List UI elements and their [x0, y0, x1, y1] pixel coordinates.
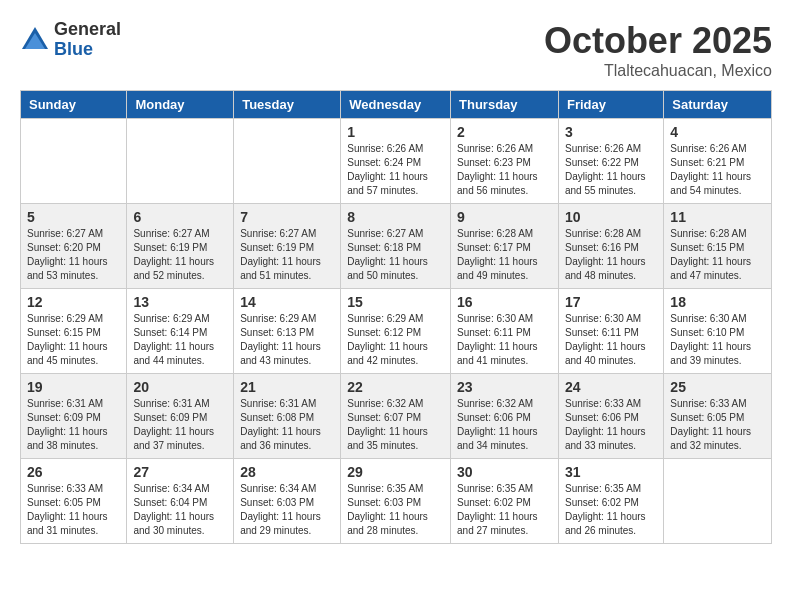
- day-number: 21: [240, 379, 334, 395]
- table-row: 9Sunrise: 6:28 AMSunset: 6:17 PMDaylight…: [451, 204, 559, 289]
- table-row: 12Sunrise: 6:29 AMSunset: 6:15 PMDayligh…: [21, 289, 127, 374]
- table-row: 29Sunrise: 6:35 AMSunset: 6:03 PMDayligh…: [341, 459, 451, 544]
- table-row: 13Sunrise: 6:29 AMSunset: 6:14 PMDayligh…: [127, 289, 234, 374]
- table-row: 2Sunrise: 6:26 AMSunset: 6:23 PMDaylight…: [451, 119, 559, 204]
- day-info: Sunrise: 6:35 AMSunset: 6:02 PMDaylight:…: [457, 482, 552, 538]
- day-number: 17: [565, 294, 657, 310]
- table-row: 20Sunrise: 6:31 AMSunset: 6:09 PMDayligh…: [127, 374, 234, 459]
- day-number: 19: [27, 379, 120, 395]
- calendar-week-row: 19Sunrise: 6:31 AMSunset: 6:09 PMDayligh…: [21, 374, 772, 459]
- table-row: [664, 459, 772, 544]
- table-row: [234, 119, 341, 204]
- col-tuesday: Tuesday: [234, 91, 341, 119]
- day-info: Sunrise: 6:27 AMSunset: 6:18 PMDaylight:…: [347, 227, 444, 283]
- day-number: 18: [670, 294, 765, 310]
- day-number: 15: [347, 294, 444, 310]
- day-number: 5: [27, 209, 120, 225]
- day-number: 16: [457, 294, 552, 310]
- day-number: 14: [240, 294, 334, 310]
- logo-general: General: [54, 20, 121, 40]
- day-number: 13: [133, 294, 227, 310]
- day-info: Sunrise: 6:34 AMSunset: 6:03 PMDaylight:…: [240, 482, 334, 538]
- col-wednesday: Wednesday: [341, 91, 451, 119]
- day-number: 27: [133, 464, 227, 480]
- day-info: Sunrise: 6:29 AMSunset: 6:12 PMDaylight:…: [347, 312, 444, 368]
- day-info: Sunrise: 6:29 AMSunset: 6:14 PMDaylight:…: [133, 312, 227, 368]
- calendar-week-row: 26Sunrise: 6:33 AMSunset: 6:05 PMDayligh…: [21, 459, 772, 544]
- day-info: Sunrise: 6:28 AMSunset: 6:17 PMDaylight:…: [457, 227, 552, 283]
- day-info: Sunrise: 6:33 AMSunset: 6:05 PMDaylight:…: [27, 482, 120, 538]
- calendar-week-row: 12Sunrise: 6:29 AMSunset: 6:15 PMDayligh…: [21, 289, 772, 374]
- table-row: 30Sunrise: 6:35 AMSunset: 6:02 PMDayligh…: [451, 459, 559, 544]
- day-info: Sunrise: 6:29 AMSunset: 6:13 PMDaylight:…: [240, 312, 334, 368]
- day-number: 25: [670, 379, 765, 395]
- day-info: Sunrise: 6:30 AMSunset: 6:11 PMDaylight:…: [565, 312, 657, 368]
- col-monday: Monday: [127, 91, 234, 119]
- col-friday: Friday: [558, 91, 663, 119]
- table-row: 26Sunrise: 6:33 AMSunset: 6:05 PMDayligh…: [21, 459, 127, 544]
- calendar-table: Sunday Monday Tuesday Wednesday Thursday…: [20, 90, 772, 544]
- day-info: Sunrise: 6:31 AMSunset: 6:09 PMDaylight:…: [27, 397, 120, 453]
- day-info: Sunrise: 6:35 AMSunset: 6:02 PMDaylight:…: [565, 482, 657, 538]
- day-info: Sunrise: 6:33 AMSunset: 6:06 PMDaylight:…: [565, 397, 657, 453]
- table-row: 5Sunrise: 6:27 AMSunset: 6:20 PMDaylight…: [21, 204, 127, 289]
- table-row: 3Sunrise: 6:26 AMSunset: 6:22 PMDaylight…: [558, 119, 663, 204]
- col-thursday: Thursday: [451, 91, 559, 119]
- table-row: 1Sunrise: 6:26 AMSunset: 6:24 PMDaylight…: [341, 119, 451, 204]
- table-row: 22Sunrise: 6:32 AMSunset: 6:07 PMDayligh…: [341, 374, 451, 459]
- table-row: 15Sunrise: 6:29 AMSunset: 6:12 PMDayligh…: [341, 289, 451, 374]
- location-title: Tlaltecahuacan, Mexico: [544, 62, 772, 80]
- table-row: 6Sunrise: 6:27 AMSunset: 6:19 PMDaylight…: [127, 204, 234, 289]
- day-number: 20: [133, 379, 227, 395]
- day-info: Sunrise: 6:26 AMSunset: 6:23 PMDaylight:…: [457, 142, 552, 198]
- logo: General Blue: [20, 20, 121, 60]
- day-info: Sunrise: 6:26 AMSunset: 6:22 PMDaylight:…: [565, 142, 657, 198]
- day-info: Sunrise: 6:27 AMSunset: 6:20 PMDaylight:…: [27, 227, 120, 283]
- day-info: Sunrise: 6:30 AMSunset: 6:11 PMDaylight:…: [457, 312, 552, 368]
- page-header: General Blue October 2025 Tlaltecahuacan…: [20, 20, 772, 80]
- day-number: 7: [240, 209, 334, 225]
- table-row: [127, 119, 234, 204]
- calendar-header-row: Sunday Monday Tuesday Wednesday Thursday…: [21, 91, 772, 119]
- table-row: 21Sunrise: 6:31 AMSunset: 6:08 PMDayligh…: [234, 374, 341, 459]
- day-number: 28: [240, 464, 334, 480]
- day-number: 26: [27, 464, 120, 480]
- day-number: 1: [347, 124, 444, 140]
- day-number: 8: [347, 209, 444, 225]
- day-number: 6: [133, 209, 227, 225]
- day-info: Sunrise: 6:26 AMSunset: 6:21 PMDaylight:…: [670, 142, 765, 198]
- day-info: Sunrise: 6:26 AMSunset: 6:24 PMDaylight:…: [347, 142, 444, 198]
- table-row: [21, 119, 127, 204]
- table-row: 25Sunrise: 6:33 AMSunset: 6:05 PMDayligh…: [664, 374, 772, 459]
- table-row: 27Sunrise: 6:34 AMSunset: 6:04 PMDayligh…: [127, 459, 234, 544]
- day-number: 22: [347, 379, 444, 395]
- calendar-week-row: 1Sunrise: 6:26 AMSunset: 6:24 PMDaylight…: [21, 119, 772, 204]
- day-info: Sunrise: 6:31 AMSunset: 6:08 PMDaylight:…: [240, 397, 334, 453]
- day-number: 4: [670, 124, 765, 140]
- calendar-week-row: 5Sunrise: 6:27 AMSunset: 6:20 PMDaylight…: [21, 204, 772, 289]
- table-row: 31Sunrise: 6:35 AMSunset: 6:02 PMDayligh…: [558, 459, 663, 544]
- day-info: Sunrise: 6:32 AMSunset: 6:06 PMDaylight:…: [457, 397, 552, 453]
- day-info: Sunrise: 6:27 AMSunset: 6:19 PMDaylight:…: [133, 227, 227, 283]
- day-info: Sunrise: 6:33 AMSunset: 6:05 PMDaylight:…: [670, 397, 765, 453]
- day-info: Sunrise: 6:28 AMSunset: 6:15 PMDaylight:…: [670, 227, 765, 283]
- day-number: 12: [27, 294, 120, 310]
- table-row: 14Sunrise: 6:29 AMSunset: 6:13 PMDayligh…: [234, 289, 341, 374]
- day-number: 31: [565, 464, 657, 480]
- day-number: 11: [670, 209, 765, 225]
- day-number: 9: [457, 209, 552, 225]
- table-row: 17Sunrise: 6:30 AMSunset: 6:11 PMDayligh…: [558, 289, 663, 374]
- day-info: Sunrise: 6:31 AMSunset: 6:09 PMDaylight:…: [133, 397, 227, 453]
- table-row: 18Sunrise: 6:30 AMSunset: 6:10 PMDayligh…: [664, 289, 772, 374]
- table-row: 19Sunrise: 6:31 AMSunset: 6:09 PMDayligh…: [21, 374, 127, 459]
- table-row: 4Sunrise: 6:26 AMSunset: 6:21 PMDaylight…: [664, 119, 772, 204]
- day-info: Sunrise: 6:30 AMSunset: 6:10 PMDaylight:…: [670, 312, 765, 368]
- day-number: 23: [457, 379, 552, 395]
- table-row: 24Sunrise: 6:33 AMSunset: 6:06 PMDayligh…: [558, 374, 663, 459]
- day-info: Sunrise: 6:29 AMSunset: 6:15 PMDaylight:…: [27, 312, 120, 368]
- table-row: 11Sunrise: 6:28 AMSunset: 6:15 PMDayligh…: [664, 204, 772, 289]
- day-info: Sunrise: 6:27 AMSunset: 6:19 PMDaylight:…: [240, 227, 334, 283]
- month-title: October 2025: [544, 20, 772, 62]
- day-number: 3: [565, 124, 657, 140]
- table-row: 28Sunrise: 6:34 AMSunset: 6:03 PMDayligh…: [234, 459, 341, 544]
